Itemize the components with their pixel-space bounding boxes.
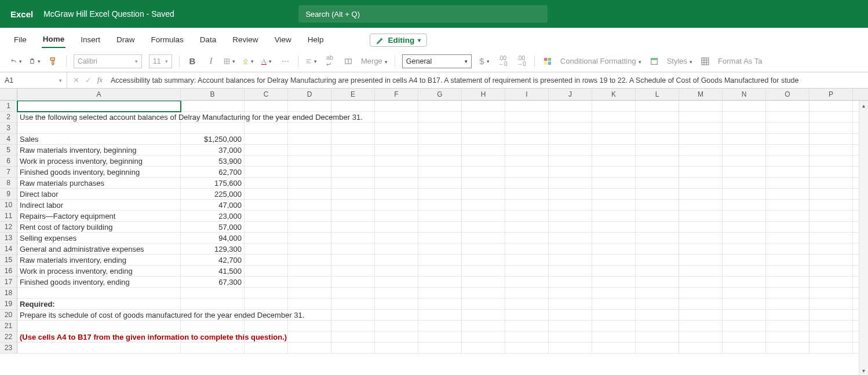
cell-C15[interactable] bbox=[245, 255, 288, 266]
cell-M17[interactable] bbox=[679, 277, 723, 288]
cell-G2[interactable] bbox=[418, 112, 462, 123]
cell-G19[interactable] bbox=[418, 299, 462, 310]
cell-J3[interactable] bbox=[549, 123, 592, 134]
cell-D11[interactable] bbox=[288, 211, 331, 222]
column-header-E[interactable]: E bbox=[331, 89, 375, 101]
cell-E17[interactable] bbox=[331, 277, 375, 288]
tab-formulas[interactable]: Formulas bbox=[150, 33, 185, 47]
cell-J15[interactable] bbox=[549, 255, 592, 266]
cell-F22[interactable] bbox=[375, 332, 418, 343]
cell-C10[interactable] bbox=[245, 200, 288, 211]
cell-G13[interactable] bbox=[418, 233, 462, 244]
cell-C9[interactable] bbox=[245, 189, 288, 200]
scroll-down-icon[interactable]: ▾ bbox=[859, 366, 868, 375]
cell-K3[interactable] bbox=[592, 123, 636, 134]
cell-P4[interactable] bbox=[809, 134, 853, 145]
cell-L16[interactable] bbox=[636, 266, 679, 277]
column-header-M[interactable]: M bbox=[679, 89, 723, 101]
cell-F13[interactable] bbox=[375, 233, 418, 244]
cell-E13[interactable] bbox=[331, 233, 375, 244]
cell-B12[interactable]: 57,000 bbox=[181, 222, 245, 233]
cell-L21[interactable] bbox=[636, 321, 679, 332]
cell-P16[interactable] bbox=[809, 266, 853, 277]
cell-F9[interactable] bbox=[375, 189, 418, 200]
cell-C8[interactable] bbox=[245, 178, 288, 189]
cell-C12[interactable] bbox=[245, 222, 288, 233]
cell-D22[interactable] bbox=[288, 332, 331, 343]
cell-K16[interactable] bbox=[592, 266, 636, 277]
cell-P7[interactable] bbox=[809, 167, 853, 178]
cell-G3[interactable] bbox=[418, 123, 462, 134]
cell-D12[interactable] bbox=[288, 222, 331, 233]
column-header-Q[interactable]: Q bbox=[853, 89, 868, 101]
cell-H19[interactable] bbox=[462, 299, 505, 310]
cell-E8[interactable] bbox=[331, 178, 375, 189]
cell-B5[interactable]: 37,000 bbox=[181, 145, 245, 156]
cell-M8[interactable] bbox=[679, 178, 723, 189]
cell-N2[interactable] bbox=[723, 112, 766, 123]
cell-N21[interactable] bbox=[723, 321, 766, 332]
cell-P5[interactable] bbox=[809, 145, 853, 156]
cell-O23[interactable] bbox=[766, 343, 809, 354]
cell-G10[interactable] bbox=[418, 200, 462, 211]
cell-O14[interactable] bbox=[766, 244, 809, 255]
undo-button[interactable] bbox=[10, 56, 22, 67]
cell-C4[interactable] bbox=[245, 134, 288, 145]
cell-L1[interactable] bbox=[636, 101, 679, 112]
cell-L22[interactable] bbox=[636, 332, 679, 343]
cell-A7[interactable]: Finished goods inventory, beginning bbox=[17, 167, 181, 178]
cell-K1[interactable] bbox=[592, 101, 636, 112]
cell-L15[interactable] bbox=[636, 255, 679, 266]
cell-F3[interactable] bbox=[375, 123, 418, 134]
cell-H22[interactable] bbox=[462, 332, 505, 343]
cell-H7[interactable] bbox=[462, 167, 505, 178]
cell-K22[interactable] bbox=[592, 332, 636, 343]
font-name-select[interactable]: Calibri▾ bbox=[74, 54, 142, 68]
cell-E5[interactable] bbox=[331, 145, 375, 156]
cell-E23[interactable] bbox=[331, 343, 375, 354]
decrease-decimal-button[interactable]: .00→0 bbox=[516, 56, 527, 67]
cell-C17[interactable] bbox=[245, 277, 288, 288]
cell-K2[interactable] bbox=[592, 112, 636, 123]
cell-H17[interactable] bbox=[462, 277, 505, 288]
cell-N17[interactable] bbox=[723, 277, 766, 288]
cell-F19[interactable] bbox=[375, 299, 418, 310]
cell-C19[interactable] bbox=[245, 299, 288, 310]
cell-G4[interactable] bbox=[418, 134, 462, 145]
cell-J5[interactable] bbox=[549, 145, 592, 156]
cell-D6[interactable] bbox=[288, 156, 331, 167]
cell-H23[interactable] bbox=[462, 343, 505, 354]
cell-O17[interactable] bbox=[766, 277, 809, 288]
cell-D15[interactable] bbox=[288, 255, 331, 266]
cell-J6[interactable] bbox=[549, 156, 592, 167]
cell-J8[interactable] bbox=[549, 178, 592, 189]
row-header-4[interactable]: 4 bbox=[0, 134, 17, 145]
cell-H1[interactable] bbox=[462, 101, 505, 112]
increase-decimal-button[interactable]: .00←0 bbox=[497, 56, 509, 67]
cell-M5[interactable] bbox=[679, 145, 723, 156]
cell-E18[interactable] bbox=[331, 288, 375, 299]
cell-I21[interactable] bbox=[505, 321, 549, 332]
scroll-up-icon[interactable]: ▴ bbox=[859, 101, 868, 110]
cell-M21[interactable] bbox=[679, 321, 723, 332]
cell-P17[interactable] bbox=[809, 277, 853, 288]
bold-button[interactable]: B bbox=[187, 56, 198, 67]
cell-H14[interactable] bbox=[462, 244, 505, 255]
cell-N11[interactable] bbox=[723, 211, 766, 222]
cell-K7[interactable] bbox=[592, 167, 636, 178]
accounting-format-button[interactable]: $ bbox=[479, 56, 490, 67]
column-header-A[interactable]: A bbox=[17, 89, 181, 101]
column-header-N[interactable]: N bbox=[723, 89, 766, 101]
row-header-20[interactable]: 20 bbox=[0, 310, 17, 321]
cell-N20[interactable] bbox=[723, 310, 766, 321]
cell-B21[interactable] bbox=[181, 321, 245, 332]
cell-K15[interactable] bbox=[592, 255, 636, 266]
row-header-6[interactable]: 6 bbox=[0, 156, 17, 167]
format-painter-button[interactable] bbox=[48, 56, 59, 67]
cell-M15[interactable] bbox=[679, 255, 723, 266]
vertical-scrollbar[interactable]: ▴ ▾ bbox=[859, 101, 868, 375]
row-header-15[interactable]: 15 bbox=[0, 255, 17, 266]
cell-O11[interactable] bbox=[766, 211, 809, 222]
cell-I6[interactable] bbox=[505, 156, 549, 167]
format-as-table-button[interactable]: Format As Ta bbox=[718, 57, 762, 65]
